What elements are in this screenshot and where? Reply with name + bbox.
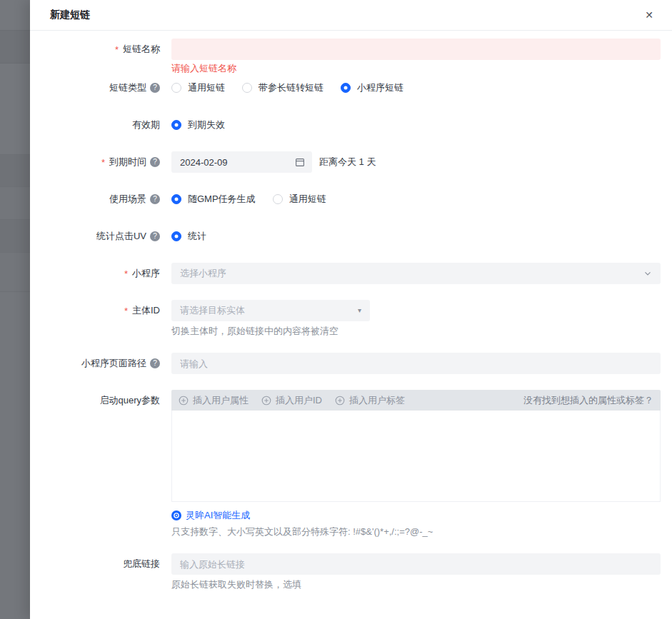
create-shortlink-drawer: 新建短链 ✕ * 短链名称 请输入短链名称 短链类型 ? [30, 0, 672, 619]
form-row-uv: 统计点击UV ? 统计 [30, 226, 661, 247]
validity-label-text: 有效期 [132, 119, 160, 131]
calendar-icon [295, 157, 305, 167]
name-label: * 短链名称 [30, 39, 160, 60]
radio-indicator-checked [171, 231, 181, 241]
expire-date-value: 2024-02-09 [180, 157, 295, 168]
radio-label: 带参长链转短链 [259, 81, 324, 94]
radio-indicator [171, 83, 181, 93]
backdrop-band [0, 31, 30, 64]
circle-plus-icon [335, 396, 345, 406]
uv-label: 统计点击UV ? [30, 226, 160, 247]
form-row-scene: 使用场景 ? 随GMP任务生成 通用短链 [30, 188, 661, 210]
expire-label: * 到期时间 ? [30, 151, 160, 173]
form-row-miniprogram: * 小程序 选择小程序 [30, 263, 661, 284]
help-icon[interactable]: ? [150, 358, 160, 368]
required-mark: * [124, 306, 128, 316]
name-input[interactable] [171, 39, 661, 60]
query-label-text: 启动query参数 [99, 394, 160, 407]
form-row-page-path: 小程序页面路径 ? [30, 353, 661, 374]
validity-radio-group: 到期失效 [171, 114, 661, 136]
modal-backdrop[interactable] [0, 0, 30, 619]
insert-user-tag-button[interactable]: 插入用户标签 [335, 394, 405, 407]
insert-user-attribute-label: 插入用户属性 [193, 394, 249, 407]
radio-indicator-checked [171, 120, 181, 130]
radio-label: 随GMP任务生成 [188, 193, 256, 206]
fallback-input[interactable] [171, 553, 661, 575]
type-label-text: 短链类型 [109, 81, 146, 94]
form-row-type: 短链类型 ? 通用短链 带参长链转短链 小程序短链 [30, 77, 661, 99]
form-row-entity: * 主体ID 请选择目标实体 ▾ 切换主体时，原始链接中的内容将被清空 [30, 300, 661, 337]
page-path-label-text: 小程序页面路径 [81, 357, 146, 370]
miniprogram-placeholder: 选择小程序 [180, 267, 643, 280]
entity-hint: 切换主体时，原始链接中的内容将被清空 [171, 326, 661, 337]
backdrop-band [0, 220, 30, 253]
miniprogram-control: 选择小程序 [171, 263, 661, 284]
scene-label-text: 使用场景 [109, 193, 146, 206]
backdrop-band [0, 155, 30, 187]
help-icon[interactable]: ? [150, 194, 160, 204]
radio-option-gmp-task[interactable]: 随GMP任务生成 [171, 193, 256, 206]
entity-placeholder: 请选择目标实体 [180, 304, 358, 317]
radio-option-count[interactable]: 统计 [171, 230, 206, 243]
page-path-label: 小程序页面路径 ? [30, 353, 160, 374]
help-icon[interactable]: ? [150, 157, 160, 167]
radio-option-miniprogram[interactable]: 小程序短链 [341, 81, 403, 94]
expire-control: 2024-02-09 距离今天 1 天 [171, 151, 661, 173]
backdrop-band [0, 0, 30, 31]
ai-generate-link[interactable]: 灵眸AI智能生成 [171, 509, 661, 522]
radio-label: 统计 [188, 230, 206, 243]
query-control: 插入用户属性 插入用户ID [171, 390, 661, 538]
form-row-name: * 短链名称 请输入短链名称 [30, 39, 661, 74]
entity-label-text: 主体ID [132, 304, 160, 317]
drawer-title: 新建短链 [50, 9, 90, 21]
radio-indicator [242, 83, 252, 93]
uv-radio-group: 统计 [171, 226, 661, 247]
page-path-input[interactable] [171, 353, 661, 374]
name-control: 请输入短链名称 [171, 39, 661, 74]
chevron-down-icon [643, 269, 652, 278]
caret-down-icon: ▾ [358, 307, 361, 314]
drawer-body: * 短链名称 请输入短链名称 短链类型 ? 通用短链 [30, 31, 672, 619]
name-label-text: 短链名称 [123, 43, 160, 56]
radio-indicator [273, 194, 283, 204]
query-textarea[interactable] [171, 411, 661, 502]
backdrop-band [0, 187, 30, 220]
radio-indicator-checked [341, 83, 351, 93]
radio-indicator-checked [171, 194, 181, 204]
radio-label: 通用短链 [289, 193, 326, 206]
insert-user-id-button[interactable]: 插入用户ID [261, 394, 322, 407]
entity-select[interactable]: 请选择目标实体 ▾ [171, 300, 370, 321]
insert-user-tag-label: 插入用户标签 [349, 394, 405, 407]
scene-radio-group: 随GMP任务生成 通用短链 [171, 188, 661, 210]
query-label: 启动query参数 [30, 390, 160, 411]
name-error-message: 请输入短链名称 [171, 63, 661, 74]
circle-plus-icon [261, 396, 271, 406]
radio-label: 到期失效 [188, 119, 225, 131]
radio-option-expire-invalid[interactable]: 到期失效 [171, 119, 225, 131]
page-path-control [171, 353, 661, 374]
uv-label-text: 统计点击UV [96, 230, 146, 243]
type-radio-group: 通用短链 带参长链转短链 小程序短链 [171, 77, 661, 99]
close-icon[interactable]: ✕ [641, 6, 658, 24]
radio-option-longlink[interactable]: 带参长链转短链 [242, 81, 324, 94]
expire-date-picker[interactable]: 2024-02-09 [171, 151, 312, 173]
backdrop-band [0, 64, 30, 155]
fallback-hint: 原始长链获取失败时替换，选填 [171, 579, 661, 590]
miniprogram-select[interactable]: 选择小程序 [171, 263, 661, 284]
expire-label-text: 到期时间 [109, 156, 146, 168]
ai-logo-icon [171, 510, 181, 520]
backdrop-band [0, 292, 30, 619]
attribute-not-found-link[interactable]: 没有找到想插入的属性或标签？ [523, 394, 653, 407]
radio-option-generic[interactable]: 通用短链 [171, 81, 225, 94]
miniprogram-label: * 小程序 [30, 263, 160, 284]
help-icon[interactable]: ? [150, 231, 160, 241]
scene-control: 随GMP任务生成 通用短链 [171, 188, 661, 210]
miniprogram-label-text: 小程序 [132, 267, 160, 280]
help-icon[interactable]: ? [150, 83, 160, 93]
radio-option-scene-generic[interactable]: 通用短链 [273, 193, 326, 206]
validity-label: 有效期 [30, 114, 160, 136]
insert-user-attribute-button[interactable]: 插入用户属性 [179, 394, 249, 407]
entity-label: * 主体ID [30, 300, 160, 321]
scene-label: 使用场景 ? [30, 188, 160, 210]
fallback-control: 原始长链获取失败时替换，选填 [171, 553, 661, 590]
